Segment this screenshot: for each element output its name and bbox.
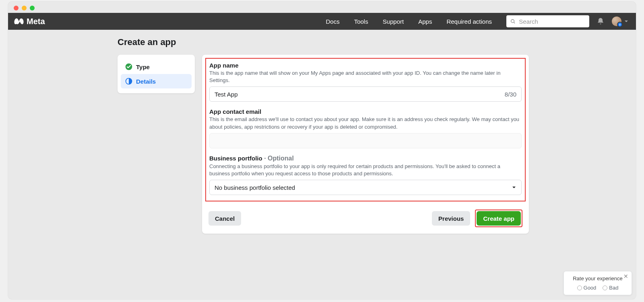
nav-required-actions[interactable]: Required actions — [446, 18, 492, 25]
nav-tools[interactable]: Tools — [354, 18, 368, 25]
form-highlight-region: App name This is the app name that will … — [205, 58, 526, 201]
create-app-form-card: App name This is the app name that will … — [202, 55, 529, 234]
create-app-button[interactable]: Create app — [477, 211, 521, 226]
check-circle-icon — [125, 63, 133, 71]
portfolio-select[interactable]: No business portfolio selected — [209, 180, 522, 195]
notifications-bell-icon[interactable] — [597, 17, 605, 25]
search-input[interactable] — [519, 18, 585, 25]
feedback-title: Rate your experience — [569, 275, 627, 281]
portfolio-selected-value: No business portfolio selected — [215, 184, 295, 191]
close-window[interactable] — [14, 6, 19, 10]
portfolio-optional-tag: · Optional — [262, 155, 294, 162]
step-details-label: Details — [136, 78, 156, 85]
search-box[interactable] — [506, 15, 589, 27]
meta-logo-icon — [14, 16, 24, 27]
facebook-badge-icon: f — [617, 22, 623, 27]
app-name-char-count: 8/30 — [505, 91, 516, 98]
app-name-input[interactable] — [215, 91, 456, 98]
email-label: App contact email — [209, 108, 522, 115]
app-name-help: This is the app name that will show on y… — [209, 70, 522, 84]
feedback-bad[interactable]: Bad — [603, 285, 618, 291]
nav-docs[interactable]: Docs — [326, 18, 339, 25]
feedback-popover: ✕ Rate your experience Good Bad — [564, 271, 632, 295]
nav-support[interactable]: Support — [383, 18, 404, 25]
chevron-down-icon — [512, 185, 516, 190]
portfolio-label: Business portfolio — [209, 155, 262, 162]
user-avatar[interactable]: f — [612, 16, 621, 26]
previous-button[interactable]: Previous — [432, 211, 470, 226]
brand-logo[interactable]: Meta — [14, 16, 45, 27]
email-help: This is the email address we'll use to c… — [209, 116, 522, 130]
account-menu-caret-icon[interactable] — [624, 19, 629, 24]
window-traffic-lights[interactable] — [14, 6, 35, 10]
nav-apps[interactable]: Apps — [418, 18, 432, 25]
maximize-window[interactable] — [30, 6, 35, 10]
svg-point-0 — [511, 19, 514, 23]
app-name-input-wrap[interactable]: 8/30 — [209, 86, 522, 102]
create-app-highlight: Create app — [475, 210, 522, 227]
brand-name: Meta — [27, 17, 45, 26]
feedback-good[interactable]: Good — [577, 285, 597, 291]
step-type[interactable]: Type — [121, 60, 192, 74]
app-name-label: App name — [209, 62, 522, 69]
radio-icon — [577, 286, 582, 290]
page-title: Create an app — [118, 37, 636, 47]
step-details[interactable]: Details — [121, 74, 192, 88]
portfolio-help: Connecting a business portfolio to your … — [209, 163, 522, 177]
search-icon — [510, 18, 516, 25]
wizard-steps-card: Type Details — [118, 55, 195, 93]
svg-line-1 — [514, 22, 515, 23]
cancel-button[interactable]: Cancel — [208, 211, 241, 226]
step-type-label: Type — [136, 64, 150, 70]
half-circle-icon — [125, 77, 133, 85]
minimize-window[interactable] — [22, 6, 27, 10]
radio-icon — [603, 286, 607, 290]
email-input-redacted[interactable] — [209, 133, 522, 148]
feedback-close-icon[interactable]: ✕ — [623, 273, 628, 279]
nav-links: Docs Tools Support Apps Required actions — [326, 18, 492, 25]
top-nav-bar: Meta Docs Tools Support Apps Required ac… — [8, 13, 636, 30]
